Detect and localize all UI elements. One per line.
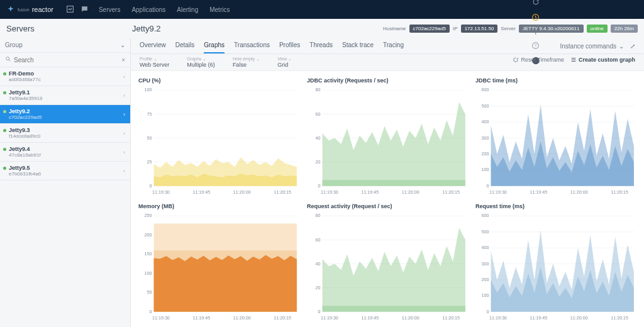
svg-text:11:19:30: 11:19:30 [321, 315, 338, 321]
breadcrumb-title: Servers [6, 24, 132, 33]
status-dot-icon [3, 72, 6, 75]
filter-profile[interactable]: Profile ⌄Web Server [140, 57, 169, 68]
server-label: Server [501, 26, 516, 31]
server-name: Jetty9.1 [9, 89, 125, 96]
filter-label: View ⌄ [277, 57, 292, 62]
svg-text:400: 400 [482, 245, 489, 250]
tab-profiles[interactable]: Profiles [279, 42, 300, 53]
filter-hide-empty[interactable]: Hide empty ⌄False [233, 57, 260, 68]
svg-text:11:20:00: 11:20:00 [233, 315, 251, 321]
server-hash: f14dce8a89c0 [9, 133, 125, 139]
top-nav: Servers Applications Alerting Metrics [99, 6, 230, 13]
group-selector[interactable]: Group ⌄ [0, 38, 130, 53]
svg-text:11:20:00: 11:20:00 [233, 189, 251, 195]
status-dot-icon [3, 91, 6, 94]
chevron-right-icon: › [123, 111, 125, 118]
chart-title: JDBC activity (Requests / sec) [307, 77, 468, 84]
svg-text:75: 75 [147, 111, 152, 116]
svg-text:11:20:15: 11:20:15 [274, 315, 291, 321]
server-item[interactable]: FR-Demoad0f3d88a77c› [0, 67, 130, 86]
chart-title: Memory (MB) [138, 203, 299, 209]
content: OverviewDetailsGraphsTransactionsProfile… [131, 38, 644, 327]
chart-title: CPU (%) [138, 77, 299, 84]
expand-icon: ⤢ [630, 43, 635, 50]
chevron-down-icon: ⌄ [120, 42, 125, 48]
svg-text:11:19:45: 11:19:45 [361, 189, 379, 195]
server-name: FR-Demo [9, 70, 125, 77]
chart-plot[interactable]: 02040608011:19:3011:19:4511:20:0011:20:1… [307, 86, 468, 196]
clear-search-icon[interactable]: × [121, 57, 125, 64]
svg-text:20: 20 [316, 284, 321, 290]
svg-marker-37 [323, 102, 465, 186]
svg-text:50: 50 [147, 289, 152, 295]
svg-text:200: 200 [482, 151, 489, 157]
chart: JDBC time (ms)010020030040050060011:19:3… [475, 77, 636, 196]
nav-metrics[interactable]: Metrics [209, 6, 230, 13]
group-label: Group [5, 42, 23, 48]
svg-text:11:19:30: 11:19:30 [152, 315, 170, 321]
tab-graphs[interactable]: Graphs [204, 42, 225, 53]
chart: Request activity (Request / sec)02040608… [307, 203, 468, 321]
filter-view[interactable]: View ⌄Grid [277, 57, 292, 68]
server-item[interactable]: Jetty9.2c702ac229ad5› [0, 105, 130, 124]
chevron-right-icon: › [123, 74, 125, 80]
chart-plot[interactable]: 025507510011:19:3011:19:4511:20:0011:20:… [138, 86, 299, 196]
reset-timeframe[interactable]: Reset Timeframe [513, 57, 564, 63]
filter-label: Hide empty ⌄ [233, 57, 260, 62]
chart-plot[interactable]: 05010015020025011:19:3011:19:4511:20:001… [138, 212, 299, 321]
svg-text:200: 200 [145, 231, 152, 237]
nav-applications[interactable]: Applications [131, 6, 165, 13]
nav-servers[interactable]: Servers [99, 6, 120, 13]
svg-text:11:19:30: 11:19:30 [489, 315, 507, 321]
svg-text:11:20:15: 11:20:15 [611, 315, 628, 321]
chevron-down-icon: ⌄ [153, 57, 157, 61]
svg-text:250: 250 [145, 213, 152, 218]
chart-title: JDBC time (ms) [475, 77, 636, 84]
svg-marker-112 [491, 230, 634, 312]
chart-plot[interactable]: 010020030040050060011:19:3011:19:4511:20… [475, 212, 636, 321]
chart-plot[interactable]: 010020030040050060011:19:3011:19:4511:20… [475, 86, 636, 196]
search-row: × [0, 53, 130, 67]
tab-threads[interactable]: Threads [309, 42, 333, 53]
svg-text:0: 0 [487, 183, 489, 189]
tab-transactions[interactable]: Transactions [234, 42, 270, 53]
chart: Memory (MB)05010015020025011:19:3011:19:… [138, 203, 299, 321]
svg-text:600: 600 [482, 87, 489, 92]
instance-commands[interactable]: Instance commands ⌄ ⤢ [560, 43, 636, 53]
svg-text:11:20:00: 11:20:00 [570, 189, 588, 195]
filter-value: False [233, 62, 260, 68]
refresh-icon [513, 57, 519, 63]
tab-stack-trace[interactable]: Stack trace [342, 42, 374, 53]
refresh-icon[interactable] [531, 0, 540, 6]
filter-graphs[interactable]: Graphs ⌄Multiple (6) [187, 57, 215, 68]
svg-text:80: 80 [316, 213, 321, 218]
chart-icon[interactable] [66, 5, 74, 14]
svg-text:80: 80 [316, 87, 321, 92]
svg-text:11:19:45: 11:19:45 [192, 189, 210, 195]
clock-icon[interactable] [531, 13, 540, 21]
ip-pill: 172.13.51.50 [461, 25, 498, 33]
svg-text:40: 40 [316, 135, 321, 141]
nav-alerting[interactable]: Alerting [177, 6, 198, 13]
chart-plot[interactable]: 02040608011:19:3011:19:4511:20:0011:20:1… [307, 212, 468, 321]
server-item[interactable]: Jetty9.447c8a18ab91f› [0, 143, 130, 162]
chevron-down-icon: ⌄ [256, 57, 260, 61]
tab-tracing[interactable]: Tracing [383, 42, 404, 53]
server-item[interactable]: Jetty9.3f14dce8a89c0› [0, 124, 130, 143]
search-input[interactable] [14, 57, 119, 64]
logo[interactable]: fusion reactor [6, 5, 53, 14]
tab-details[interactable]: Details [175, 42, 195, 53]
server-item[interactable]: Jetty9.5e7b0831fb4a6› [0, 162, 130, 180]
svg-text:500: 500 [482, 228, 489, 234]
uptime-pill: 22h 26m [611, 25, 638, 33]
chat-icon[interactable] [80, 5, 89, 14]
svg-text:400: 400 [482, 119, 489, 125]
svg-text:150: 150 [145, 251, 152, 257]
svg-text:0: 0 [318, 183, 321, 189]
filter-value: Web Server [140, 62, 169, 68]
search-icon [5, 56, 11, 64]
server-item[interactable]: Jetty9.17a50a4e35918› [0, 86, 130, 105]
create-custom-graph[interactable]: Create custom graph [570, 57, 635, 63]
tab-overview[interactable]: Overview [140, 42, 166, 53]
svg-text:20: 20 [316, 159, 321, 165]
